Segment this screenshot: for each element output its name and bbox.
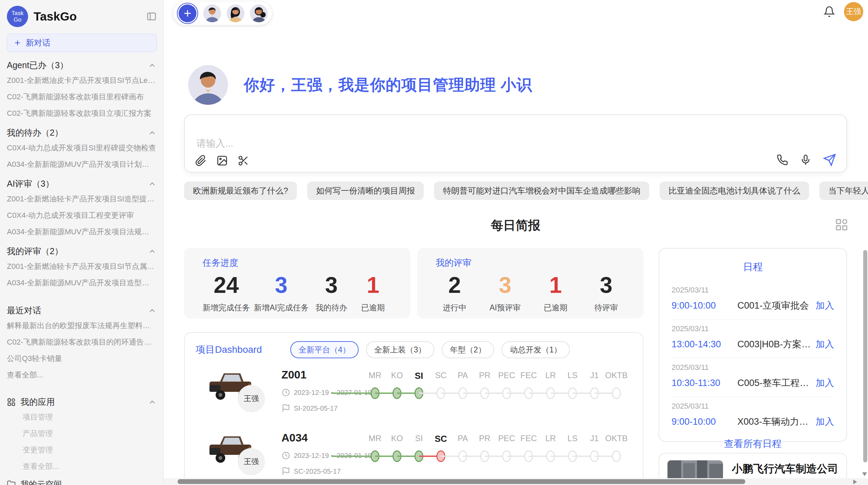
suggestion-chip[interactable]: 如何写一份清晰的项目周报: [307, 182, 424, 200]
event-name: C005-整车工程目标评审: [732, 377, 816, 389]
microphone-icon[interactable]: [800, 154, 811, 166]
section-title: Agent已办（3）: [7, 60, 68, 71]
schedule-title: 日程: [672, 260, 834, 274]
sidebar-section-header[interactable]: 我的评审（2）: [7, 246, 157, 257]
event-name: X003-车辆动力学性能验...: [732, 415, 816, 428]
conversation-item[interactable]: C02-飞腾新能源轻客改款项目的闭环通告反馈情况: [7, 334, 157, 350]
conversation-item[interactable]: 解释最新出台的欧盟报废车法规再生塑料比例被调至15%...: [7, 318, 157, 334]
main-area: 王强 你好，王强，我是你的项目管理助理 小识 请输入...: [164, 0, 868, 485]
schedule-event: 2025/03/119:00-10:00X003-车辆动力学性能验...加入: [672, 397, 834, 435]
scroll-right-arrow[interactable]: [853, 480, 857, 484]
composer-right-icons: [776, 153, 836, 166]
conversation-item[interactable]: Z001-全新燃油轻卡产品开发项目SI造型提交物评审: [7, 191, 157, 207]
logo-text-bottom: Go: [14, 16, 22, 23]
app-item[interactable]: 查看全部...: [7, 458, 157, 475]
stat-card: 我的评审2进行中3AI预评审1已逾期3待评审: [417, 248, 643, 319]
milestone-node[interactable]: [612, 387, 621, 399]
scroll-down-arrow[interactable]: [862, 472, 867, 476]
event-date: 2025/03/11: [672, 286, 834, 295]
chat-input-box[interactable]: 请输入...: [184, 114, 847, 173]
dashboard-filter-tab[interactable]: 全新上装（3）: [366, 341, 434, 358]
my-apps-header[interactable]: 我的应用: [7, 396, 157, 408]
conversation-item[interactable]: C02-飞腾新能源轻客改款项目里程碑画布: [7, 89, 157, 105]
sidebar-link-我的云空间[interactable]: 我的云空间: [7, 475, 157, 485]
sidebar: Task Go TaskGo 新对话 Agent已办（3）Z001-全新燃油皮卡…: [0, 0, 164, 485]
collapse-panel-icon[interactable]: [146, 11, 157, 22]
conversation-item[interactable]: A034-全新新能源MUV产品开发项目法规符合性评审: [7, 224, 157, 240]
paperclip-icon[interactable]: [195, 155, 207, 166]
stat-label: 进行中: [443, 302, 467, 313]
stat-value: 3: [600, 272, 613, 298]
join-link[interactable]: 加入: [816, 338, 834, 350]
recent-section-header[interactable]: 最近对话: [7, 305, 157, 316]
stat-value: 2: [448, 272, 461, 298]
greeting: 你好，王强，我是你的项目管理助理 小识: [184, 65, 847, 105]
send-icon[interactable]: [823, 153, 836, 166]
join-link[interactable]: 加入: [816, 377, 834, 389]
daily-briefing-title: 每日简报: [184, 217, 847, 234]
suggestion-chip[interactable]: 比亚迪全固态电池计划具体说了什么: [660, 182, 809, 200]
layout-grid-icon[interactable]: [835, 218, 848, 233]
conversation-item[interactable]: Z001-全新燃油皮卡产品开发项目SI节点Lesson Learn报告: [7, 72, 157, 89]
news-title: 小鹏飞行汽车制造公司增资: [732, 462, 838, 476]
project-row: 王强A0342023-12-19 ~ 2026-01-19SC-2025-05-…: [196, 431, 632, 484]
dashboard-filter-tab[interactable]: 动总开发（1）: [502, 341, 570, 358]
stat-label: 我的待办: [316, 302, 347, 313]
stat-value: 3: [499, 272, 511, 298]
conversation-item[interactable]: A034-全新新能源MUV产品开发项目造型可行性评审: [7, 275, 157, 291]
section-title: 最近对话: [7, 305, 41, 316]
assistant-avatar-1[interactable]: [203, 4, 221, 22]
app-item[interactable]: 项目管理: [7, 409, 157, 425]
my-apps-section: 我的应用项目管理产品管理变更管理查看全部...: [7, 391, 157, 475]
new-chat-button[interactable]: 新对话: [7, 34, 157, 52]
sidebar-section-header[interactable]: AI评审（3）: [7, 178, 157, 189]
chevron-up-icon: [148, 61, 157, 70]
stat-items: 2进行中3AI预评审1已逾期3待评审: [436, 272, 625, 313]
apps-grid-icon: [7, 398, 16, 407]
milestone-node[interactable]: [612, 450, 621, 462]
flag-icon: [281, 404, 290, 413]
horizontal-scrollbar[interactable]: [164, 478, 868, 485]
project-row: 王强Z0012023-12-19 ~ 2027-01-19SI-2025-05-…: [196, 368, 632, 421]
assistant-avatar-3[interactable]: [250, 4, 268, 22]
scissors-icon[interactable]: [238, 155, 249, 166]
join-link[interactable]: 加入: [816, 299, 834, 312]
briefing-columns: 任务进度24新增完成任务3新增AI完成任务3我的待办1已逾期我的评审2进行中3A…: [184, 248, 847, 485]
suggestion-chip[interactable]: 特朗普可能对进口汽车增税会对中国车企造成哪些影响: [434, 182, 649, 200]
notification-bell-icon[interactable]: [823, 6, 835, 17]
conversation-item[interactable]: 公司Q3轻卡销量: [7, 350, 157, 367]
sidebar-section-header[interactable]: 我的待办（2）: [7, 127, 157, 138]
dashboard-filter-tab[interactable]: 全新平台（4）: [290, 341, 359, 358]
conversation-item[interactable]: C0X4-动力总成开发项目工程变更评审: [7, 207, 157, 224]
flag-icon: [281, 467, 290, 476]
assistant-avatar-2[interactable]: [227, 4, 244, 22]
recent-conversations: 最近对话解释最新出台的欧盟报废车法规再生塑料比例被调至15%...C02-飞腾新…: [7, 299, 157, 383]
conversation-item[interactable]: C0X4-动力总成开发项目SI里程碑提交物检查: [7, 140, 157, 156]
app-item[interactable]: 产品管理: [7, 425, 157, 442]
stat: 2进行中: [436, 272, 473, 313]
view-all-schedule-link[interactable]: 查看所有日程: [672, 435, 834, 451]
image-icon[interactable]: [216, 155, 228, 166]
stat-value: 1: [549, 272, 562, 298]
event-row: 9:00-10:00X003-车辆动力学性能验...加入: [672, 415, 834, 428]
conversation-item[interactable]: Z001-全新燃油轻卡产品开发项目SI节点属性5D文件评审: [7, 258, 157, 275]
project-dashboard-card: 项目Dashboard 全新平台（4）全新上装（3）年型（2）动总开发（1） 王…: [184, 332, 643, 485]
vertical-scrollbar-thumb[interactable]: [863, 250, 867, 462]
app-item[interactable]: 变更管理: [7, 442, 157, 458]
conversation-item[interactable]: A034-全新新能源MUV产品开发项目计划变更表编写: [7, 156, 157, 173]
suggestion-chip[interactable]: 当下年轻人对汽车外观有怎样的喜好趋势: [819, 182, 868, 200]
horizontal-scrollbar-thumb[interactable]: [178, 479, 745, 484]
user-avatar[interactable]: 王强: [844, 2, 863, 21]
sidebar-section-header[interactable]: Agent已办（3）: [7, 60, 157, 71]
phone-icon[interactable]: [776, 154, 788, 166]
add-assistant-button[interactable]: [179, 4, 196, 22]
stat-items: 24新增完成任务3新增AI完成任务3我的待办1已逾期: [203, 272, 392, 313]
dashboard-filter-tab[interactable]: 年型（2）: [442, 341, 494, 358]
join-link[interactable]: 加入: [816, 415, 834, 428]
stat-label: AI预评审: [490, 302, 521, 313]
suggestion-chip[interactable]: 欧洲新规最近颁布了什么?: [184, 182, 297, 200]
view-all-link[interactable]: 查看全部...: [7, 367, 157, 383]
sidebar-links: 我的云空间我的收藏: [7, 475, 157, 485]
stat-cards: 任务进度24新增完成任务3新增AI完成任务3我的待办1已逾期我的评审2进行中3A…: [184, 248, 643, 319]
conversation-item[interactable]: C02-飞腾新能源轻客改款项目立项汇报方案: [7, 105, 157, 122]
